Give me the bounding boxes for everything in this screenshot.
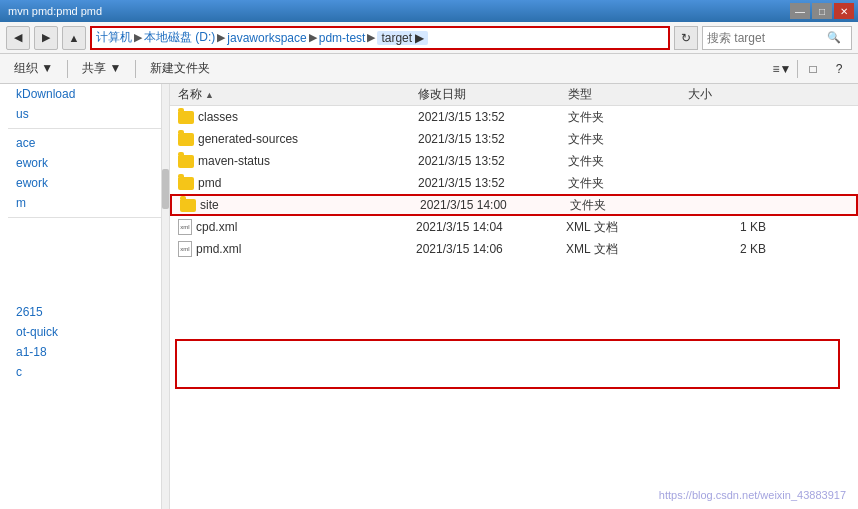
- file-row[interactable]: xml cpd.xml 2021/3/15 14:04 XML 文档 1 KB: [170, 216, 858, 238]
- sidebar-item-4[interactable]: ework: [0, 173, 169, 193]
- breadcrumb-current[interactable]: target ▶: [377, 31, 428, 45]
- file-name: site: [200, 198, 420, 212]
- folder-icon: [180, 199, 196, 212]
- sidebar-item-2[interactable]: ace: [0, 133, 169, 153]
- organize-button[interactable]: 组织 ▼: [8, 58, 59, 80]
- search-icon[interactable]: 🔍: [827, 31, 841, 44]
- up-button[interactable]: ▲: [62, 26, 86, 50]
- file-type: 文件夹: [568, 153, 688, 170]
- refresh-button[interactable]: ↻: [674, 26, 698, 50]
- file-name: generated-sources: [198, 132, 418, 146]
- col-name-header[interactable]: 名称 ▲: [178, 86, 418, 103]
- xml-icon: xml: [178, 241, 192, 257]
- file-row[interactable]: maven-status 2021/3/15 13:52 文件夹: [170, 150, 858, 172]
- file-name: cpd.xml: [196, 220, 416, 234]
- address-bar-row: ◀ ▶ ▲ 计算机 ▶ 本地磁盘 (D:) ▶ javaworkspace ▶ …: [0, 22, 858, 54]
- file-date: 2021/3/15 14:06: [416, 242, 566, 256]
- col-date-header[interactable]: 修改日期: [418, 86, 568, 103]
- file-row[interactable]: site 2021/3/15 14:00 文件夹: [170, 194, 858, 216]
- file-row[interactable]: classes 2021/3/15 13:52 文件夹: [170, 106, 858, 128]
- sidebar-divider-2: [8, 217, 161, 218]
- file-date: 2021/3/15 13:52: [418, 176, 568, 190]
- sidebar: kDownload us ace ework ework m 2615 ot-q…: [0, 84, 170, 509]
- file-row[interactable]: pmd 2021/3/15 13:52 文件夹: [170, 172, 858, 194]
- file-type: XML 文档: [566, 219, 686, 236]
- file-type: 文件夹: [570, 197, 690, 214]
- col-type-header[interactable]: 类型: [568, 86, 688, 103]
- sidebar-scroll-thumb[interactable]: [162, 169, 169, 209]
- breadcrumb-machine[interactable]: 计算机: [96, 29, 132, 46]
- file-list: classes 2021/3/15 13:52 文件夹 generated-so…: [170, 106, 858, 509]
- sidebar-item-0[interactable]: kDownload: [0, 84, 169, 104]
- folder-icon: [178, 133, 194, 146]
- address-breadcrumb[interactable]: 计算机 ▶ 本地磁盘 (D:) ▶ javaworkspace ▶ pdm-te…: [90, 26, 670, 50]
- file-type: 文件夹: [568, 109, 688, 126]
- search-input[interactable]: [707, 31, 827, 45]
- file-name: pmd.xml: [196, 242, 416, 256]
- search-box[interactable]: 🔍: [702, 26, 852, 50]
- file-date: 2021/3/15 13:52: [418, 110, 568, 124]
- watermark: https://blog.csdn.net/weixin_43883917: [659, 489, 846, 501]
- file-size: 1 KB: [686, 220, 766, 234]
- file-date: 2021/3/15 13:52: [418, 154, 568, 168]
- share-button[interactable]: 共享 ▼: [76, 58, 127, 80]
- sidebar-item-5[interactable]: m: [0, 193, 169, 213]
- sidebar-item-6[interactable]: 2615: [0, 302, 169, 322]
- toolbar-separator-2: [135, 60, 136, 78]
- title-bar: mvn pmd:pmd pmd — □ ✕: [0, 0, 858, 22]
- back-button[interactable]: ◀: [6, 26, 30, 50]
- minimize-button[interactable]: —: [790, 3, 810, 19]
- preview-button[interactable]: □: [802, 58, 824, 80]
- sidebar-scrollbar[interactable]: [161, 84, 169, 509]
- main-layout: kDownload us ace ework ework m 2615 ot-q…: [0, 84, 858, 509]
- file-name: maven-status: [198, 154, 418, 168]
- file-date: 2021/3/15 13:52: [418, 132, 568, 146]
- file-type: 文件夹: [568, 131, 688, 148]
- folder-icon: [178, 155, 194, 168]
- file-type: 文件夹: [568, 175, 688, 192]
- file-row[interactable]: generated-sources 2021/3/15 13:52 文件夹: [170, 128, 858, 150]
- content-area: 名称 ▲ 修改日期 类型 大小 classes 2021/3/15 13:52 …: [170, 84, 858, 509]
- file-row[interactable]: xml pmd.xml 2021/3/15 14:06 XML 文档 2 KB: [170, 238, 858, 260]
- help-button[interactable]: ?: [828, 58, 850, 80]
- sidebar-divider-1: [8, 128, 161, 129]
- window-controls: — □ ✕: [790, 3, 854, 19]
- file-date: 2021/3/15 14:00: [420, 198, 570, 212]
- xml-icon: xml: [178, 219, 192, 235]
- sidebar-item-3[interactable]: ework: [0, 153, 169, 173]
- column-headers: 名称 ▲ 修改日期 类型 大小: [170, 84, 858, 106]
- toolbar: 组织 ▼ 共享 ▼ 新建文件夹 ≡▼ □ ?: [0, 54, 858, 84]
- col-size-header[interactable]: 大小: [688, 86, 768, 103]
- toolbar-right: ≡▼ □ ?: [771, 58, 850, 80]
- breadcrumb-workspace[interactable]: javaworkspace: [227, 31, 306, 45]
- sidebar-item-8[interactable]: a1-18: [0, 342, 169, 362]
- folder-icon: [178, 111, 194, 124]
- breadcrumb-drive[interactable]: 本地磁盘 (D:): [144, 29, 215, 46]
- file-date: 2021/3/15 14:04: [416, 220, 566, 234]
- breadcrumb-pdm-test[interactable]: pdm-test: [319, 31, 366, 45]
- toolbar-separator-3: [797, 60, 798, 78]
- maximize-button[interactable]: □: [812, 3, 832, 19]
- file-name: pmd: [198, 176, 418, 190]
- sidebar-item-9[interactable]: c: [0, 362, 169, 382]
- title-text: mvn pmd:pmd pmd: [4, 5, 790, 17]
- sidebar-item-1[interactable]: us: [0, 104, 169, 124]
- folder-icon: [178, 177, 194, 190]
- file-name: classes: [198, 110, 418, 124]
- close-button[interactable]: ✕: [834, 3, 854, 19]
- sort-arrow: ▲: [205, 90, 214, 100]
- sidebar-item-7[interactable]: ot-quick: [0, 322, 169, 342]
- forward-button[interactable]: ▶: [34, 26, 58, 50]
- toolbar-separator-1: [67, 60, 68, 78]
- view-icon-button[interactable]: ≡▼: [771, 58, 793, 80]
- file-size: 2 KB: [686, 242, 766, 256]
- new-folder-button[interactable]: 新建文件夹: [144, 58, 216, 80]
- file-type: XML 文档: [566, 241, 686, 258]
